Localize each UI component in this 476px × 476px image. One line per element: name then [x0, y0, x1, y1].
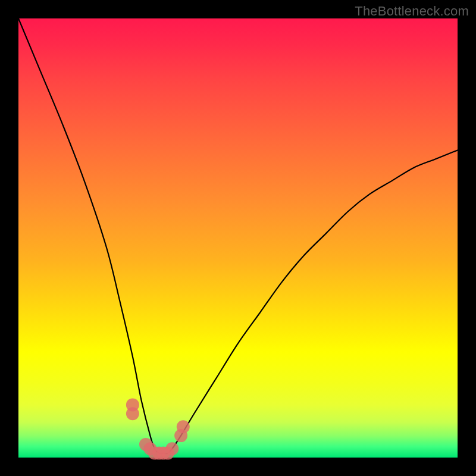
marker-dot: [165, 442, 178, 455]
marker-dot: [177, 420, 190, 433]
curve-markers: [126, 398, 190, 459]
marker-dot: [126, 398, 139, 411]
chart-frame: TheBottleneck.com: [0, 0, 476, 476]
curve-layer: [18, 18, 458, 458]
plot-area: [18, 18, 458, 458]
watermark-text: TheBottleneck.com: [355, 4, 469, 19]
bottleneck-curve: [18, 18, 458, 453]
